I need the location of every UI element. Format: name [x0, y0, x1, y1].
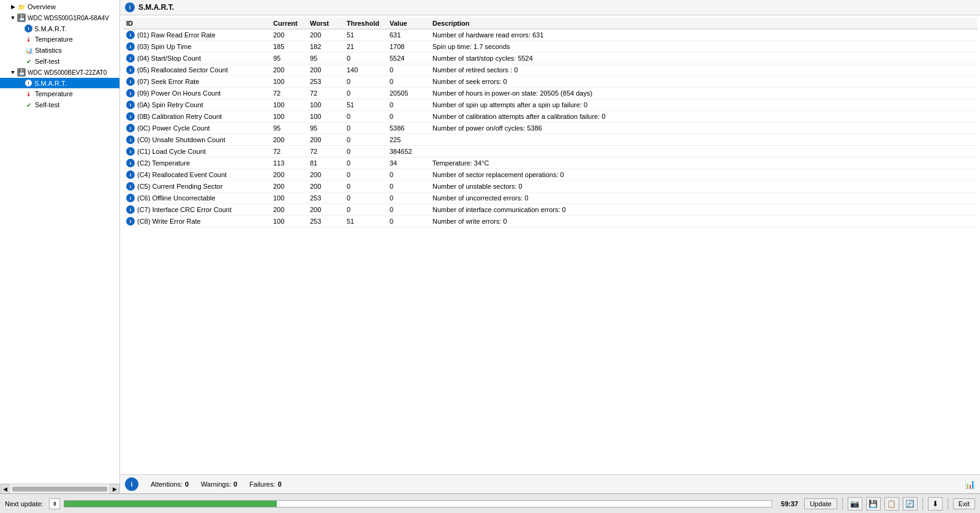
exit-button[interactable]: Exit [953, 498, 975, 509]
row-value: 0 [386, 181, 429, 192]
row-worst: 95 [306, 123, 343, 134]
row-status-icon: i [126, 194, 135, 202]
sidebar-item-drive2-selftest[interactable]: ✔ Self-test [0, 99, 119, 110]
sidebar-item-overview[interactable]: ▶ 📁 Overview [0, 1, 119, 12]
row-threshold: 0 [343, 181, 386, 192]
row-id-label: (07) Seek Error Rate [137, 78, 199, 85]
table-row: i(C7) Interface CRC Error Count20020000N… [123, 204, 978, 216]
refresh-button[interactable]: 🔄 [903, 497, 918, 511]
row-description [429, 134, 978, 146]
row-value: 20505 [386, 88, 429, 99]
row-id-cell: i(C6) Offline Uncorrectable [123, 192, 270, 204]
table-row: i(C2) Temperature11381034Temperature: 34… [123, 158, 978, 169]
row-id-cell: i(C1) Load Cycle Count [123, 146, 270, 158]
row-value: 0 [386, 99, 429, 111]
sidebar-item-drive1-selftest[interactable]: ✔ Self-test [0, 56, 119, 67]
row-current: 200 [270, 134, 306, 146]
row-value: 1708 [386, 41, 429, 53]
row-id-label: (01) Raw Read Error Rate [137, 31, 216, 39]
row-description: Number of interface communication errors… [429, 204, 978, 216]
save-button[interactable]: 💾 [866, 497, 881, 511]
sidebar-item-drive1-temp[interactable]: 🌡 Temperature [0, 34, 119, 45]
sidebar-drive1-label: WDC WDS500G1R0A-68A4V [28, 15, 109, 21]
temp2-icon: 🌡 [24, 89, 33, 98]
col-worst: Worst [306, 18, 343, 29]
sidebar-item-drive2-smart[interactable]: i S.M.A.R.T. [0, 78, 119, 88]
row-threshold: 0 [343, 53, 386, 64]
row-worst: 200 [306, 64, 343, 76]
camera-button[interactable]: 📷 [848, 497, 862, 511]
update-button[interactable]: Update [804, 498, 837, 509]
row-id-label: (C5) Current Pending Sector [137, 183, 222, 190]
row-id-cell: i(05) Reallocated Sector Count [123, 64, 270, 76]
row-id-label: (03) Spin Up Time [137, 43, 192, 50]
row-status-icon: i [126, 89, 135, 97]
pause-button[interactable]: ⏸ [49, 498, 60, 509]
row-worst: 200 [306, 204, 343, 216]
sidebar-item-drive1[interactable]: ▼ 💾 WDC WDS500G1R0A-68A4V [0, 12, 119, 23]
row-id-label: (C6) Offline Uncorrectable [137, 194, 216, 202]
chart-icon[interactable]: 📊 [965, 479, 975, 489]
row-threshold: 140 [343, 64, 386, 76]
sidebar-item-drive2-temp[interactable]: 🌡 Temperature [0, 88, 119, 99]
row-current: 100 [270, 192, 306, 204]
row-current: 100 [270, 216, 306, 227]
copy-button[interactable]: 📋 [884, 497, 899, 511]
next-update-label: Next update: [5, 500, 43, 507]
row-threshold: 0 [343, 88, 386, 99]
hscroll-right-btn[interactable]: ▶ [110, 484, 119, 494]
row-worst: 72 [306, 146, 343, 158]
expand-overview-icon[interactable]: ▶ [10, 4, 16, 10]
hscroll-left-btn[interactable]: ◀ [0, 484, 10, 494]
smart2-icon: i [24, 79, 32, 87]
row-id-cell: i(C8) Write Error Rate [123, 216, 270, 227]
row-id-label: (C1) Load Cycle Count [137, 148, 206, 155]
row-description: Number of seek errors: 0 [429, 76, 978, 88]
row-description: Spin up time: 1.7 seconds [429, 41, 978, 53]
smart1-icon: i [24, 25, 32, 32]
stats1-icon: 📊 [24, 46, 33, 55]
expand-drive1-icon[interactable]: ▼ [10, 15, 16, 21]
row-current: 95 [270, 53, 306, 64]
row-current: 200 [270, 204, 306, 216]
row-status-icon: i [126, 217, 135, 226]
row-threshold: 0 [343, 146, 386, 158]
row-description: Number of hardware read errors: 631 [429, 29, 978, 41]
row-status-icon: i [126, 66, 135, 74]
sidebar-drive2-temp-label: Temperature [35, 90, 73, 97]
table-row: i(C0) Unsafe Shutdown Count2002000225 [123, 134, 978, 146]
sidebar-hscrollbar[interactable]: ◀ ▶ [0, 484, 119, 493]
row-value: 0 [386, 204, 429, 216]
table-row: i(03) Spin Up Time185182211708Spin up ti… [123, 41, 978, 53]
sidebar-tree: ▶ 📁 Overview ▼ 💾 WDC WDS500G1R0A-68A4V i… [0, 0, 120, 484]
row-current: 100 [270, 99, 306, 111]
row-worst: 200 [306, 134, 343, 146]
sidebar-item-drive2[interactable]: ▼ 💾 WDC WD5000BEVT-22ZAT0 [0, 67, 119, 78]
row-description: Number of hours in power-on state: 20505… [429, 88, 978, 99]
row-current: 200 [270, 64, 306, 76]
expand-drive2-icon[interactable]: ▼ [10, 69, 16, 75]
toolbar-sep1 [842, 498, 843, 510]
row-id-cell: i(C4) Reallocated Event Count [123, 169, 270, 181]
row-id-cell: i(C5) Current Pending Sector [123, 181, 270, 192]
row-id-cell: i(C2) Temperature [123, 158, 270, 169]
table-row: i(05) Reallocated Sector Count2002001400… [123, 64, 978, 76]
content-title: S.M.A.R.T. [138, 3, 174, 12]
row-status-icon: i [126, 77, 135, 86]
row-threshold: 0 [343, 111, 386, 123]
sidebar-item-drive1-stats[interactable]: 📊 Statistics [0, 45, 119, 56]
row-threshold: 0 [343, 158, 386, 169]
row-id-cell: i(0C) Power Cycle Count [123, 123, 270, 134]
row-id-cell: i(0A) Spin Retry Count [123, 99, 270, 111]
row-id-label: (09) Power On Hours Count [137, 89, 221, 97]
hscroll-thumb[interactable] [12, 487, 107, 492]
row-id-label: (C7) Interface CRC Error Count [137, 206, 232, 213]
drive1-icon: 💾 [17, 13, 26, 22]
download-button[interactable]: ⬇ [928, 497, 943, 511]
row-status-icon: i [126, 159, 135, 167]
sidebar-item-drive1-smart[interactable]: i S.M.A.R.T. [0, 23, 119, 34]
progress-bar-fill [64, 501, 276, 507]
row-threshold: 0 [343, 123, 386, 134]
table-row: i(C1) Load Cycle Count72720384652 [123, 146, 978, 158]
row-id-label: (05) Reallocated Sector Count [137, 66, 228, 74]
